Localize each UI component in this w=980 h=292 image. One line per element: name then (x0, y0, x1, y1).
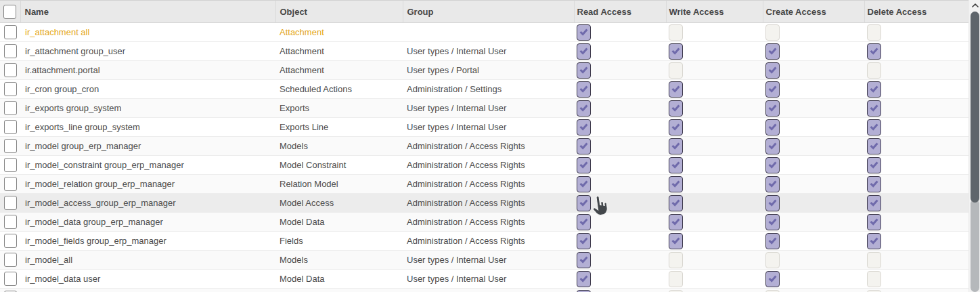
table-row[interactable]: ir_cron group_cronScheduled ActionsAdmin… (0, 80, 968, 99)
table-row[interactable]: ir_model group_erp_managerModelsAdminist… (0, 137, 968, 156)
delete-access-checkbox[interactable] (867, 290, 881, 292)
create-access-checkbox[interactable] (765, 119, 780, 135)
create-access-checkbox[interactable] (765, 271, 780, 287)
cell-group[interactable]: User types / Internal User (403, 251, 574, 270)
read-access-checkbox[interactable] (577, 100, 591, 117)
row-select-checkbox[interactable] (4, 234, 17, 248)
cell-object[interactable]: Scheduled Actions (275, 80, 403, 99)
column-header-delete-access[interactable]: Delete Access (864, 1, 968, 23)
cell-name[interactable]: ir_cron group_cron (20, 80, 275, 99)
read-access-checkbox[interactable] (577, 290, 591, 292)
row-select-checkbox[interactable] (4, 25, 17, 39)
write-access-checkbox[interactable] (669, 100, 683, 117)
write-access-checkbox[interactable] (669, 233, 683, 249)
create-access-checkbox[interactable] (765, 157, 780, 173)
cell-object[interactable]: Relation Model (275, 175, 403, 194)
delete-access-checkbox[interactable] (867, 233, 881, 249)
create-access-checkbox[interactable] (765, 100, 780, 117)
create-access-checkbox[interactable] (765, 81, 780, 98)
write-access-checkbox[interactable] (669, 195, 683, 211)
cell-group[interactable]: Administration / Access Rights (403, 213, 574, 232)
create-access-checkbox[interactable] (765, 252, 780, 268)
create-access-checkbox[interactable] (765, 195, 780, 211)
write-access-checkbox[interactable] (669, 81, 683, 98)
row-select-checkbox[interactable] (4, 82, 17, 96)
read-access-checkbox[interactable] (577, 214, 591, 230)
read-access-checkbox[interactable] (577, 252, 591, 268)
cell-object[interactable]: Models (275, 137, 403, 156)
cell-object[interactable]: Model Data (275, 270, 403, 289)
cell-name[interactable]: ir_attachment group_user (20, 42, 275, 61)
table-row[interactable]: ir_model_fields group_erp_managerFieldsA… (0, 232, 968, 251)
delete-access-checkbox[interactable] (867, 138, 881, 154)
table-row[interactable]: ir_model_data userModel DataUser types /… (0, 270, 968, 289)
delete-access-checkbox[interactable] (867, 252, 881, 268)
scrollbar-lower-segment[interactable] (971, 199, 979, 292)
table-row[interactable]: ir.attachment.portalAttachmentUser types… (0, 61, 968, 80)
cell-object[interactable]: Attachment (275, 23, 403, 42)
write-access-checkbox[interactable] (669, 157, 683, 173)
cell-name[interactable]: ir_model_relation group_erp_manager (20, 175, 275, 194)
row-select-checkbox[interactable] (4, 139, 17, 153)
create-access-checkbox[interactable] (765, 62, 780, 79)
cell-group[interactable]: User types / Internal User (403, 99, 574, 118)
table-row[interactable]: ir_model_relation group_erp_managerRelat… (0, 175, 968, 194)
cell-name[interactable]: ir_model_access_group_erp_manager (20, 194, 275, 213)
cell-group[interactable]: Administration / Access Rights (403, 156, 574, 175)
cell-group[interactable] (403, 23, 574, 42)
write-access-checkbox[interactable] (669, 24, 683, 41)
read-access-checkbox[interactable] (577, 43, 591, 60)
row-select-checkbox[interactable] (4, 215, 17, 229)
row-select-checkbox[interactable] (4, 177, 17, 191)
write-access-checkbox[interactable] (669, 62, 683, 79)
cell-group[interactable]: Administration / Access Rights (403, 194, 574, 213)
row-select-checkbox[interactable] (4, 158, 17, 172)
cell-name[interactable]: ir_model group_erp_manager (20, 137, 275, 156)
cell-object[interactable]: Model Constraint (275, 156, 403, 175)
cell-name[interactable]: ir_model_fields all (20, 289, 275, 292)
write-access-checkbox[interactable] (669, 214, 683, 230)
cell-object[interactable]: Exports (275, 99, 403, 118)
write-access-checkbox[interactable] (669, 271, 683, 287)
read-access-checkbox[interactable] (577, 157, 591, 173)
create-access-checkbox[interactable] (765, 138, 780, 154)
delete-access-checkbox[interactable] (867, 119, 881, 135)
write-access-checkbox[interactable] (669, 290, 683, 292)
scrollbar-thumb[interactable] (971, 12, 979, 203)
read-access-checkbox[interactable] (577, 62, 591, 79)
read-access-checkbox[interactable] (577, 176, 591, 192)
read-access-checkbox[interactable] (577, 24, 591, 41)
cell-object[interactable]: Fields (275, 232, 403, 251)
create-access-checkbox[interactable] (765, 43, 780, 60)
table-row[interactable]: ir_attachment allAttachment (0, 23, 968, 42)
cell-object[interactable]: Attachment (275, 61, 403, 80)
delete-access-checkbox[interactable] (867, 43, 881, 60)
cell-name[interactable]: ir_attachment all (20, 23, 275, 42)
cell-name[interactable]: ir_exports group_system (20, 99, 275, 118)
cell-name[interactable]: ir_exports_line group_system (20, 118, 275, 137)
column-header-group[interactable]: Group (403, 1, 574, 23)
cell-object[interactable]: Model Access (275, 194, 403, 213)
cell-group[interactable]: User types / Internal User (403, 42, 574, 61)
row-select-checkbox[interactable] (4, 253, 17, 267)
cell-group[interactable]: Administration / Access Rights (403, 137, 574, 156)
read-access-checkbox[interactable] (577, 233, 591, 249)
create-access-checkbox[interactable] (765, 176, 780, 192)
table-row[interactable]: ir_model_fields allFieldsUser types / In… (0, 289, 968, 292)
select-all-checkbox[interactable] (3, 5, 16, 19)
delete-access-checkbox[interactable] (867, 195, 881, 211)
delete-access-checkbox[interactable] (867, 214, 881, 230)
table-row[interactable]: ir_model_allModelsUser types / Internal … (0, 251, 968, 270)
column-header-object[interactable]: Object (275, 1, 403, 23)
cell-name[interactable]: ir_model_data group_erp_manager (20, 213, 275, 232)
delete-access-checkbox[interactable] (867, 62, 881, 79)
cell-group[interactable]: Administration / Access Rights (403, 175, 574, 194)
table-row[interactable]: ir_exports_line group_systemExports Line… (0, 118, 968, 137)
cell-object[interactable]: Model Data (275, 213, 403, 232)
row-select-checkbox[interactable] (4, 44, 17, 58)
cell-object[interactable]: Fields (275, 289, 403, 292)
cell-group[interactable]: User types / Internal User (403, 270, 574, 289)
read-access-checkbox[interactable] (577, 195, 591, 211)
cell-group[interactable]: Administration / Settings (403, 80, 574, 99)
column-header-name[interactable]: Name (20, 1, 275, 23)
